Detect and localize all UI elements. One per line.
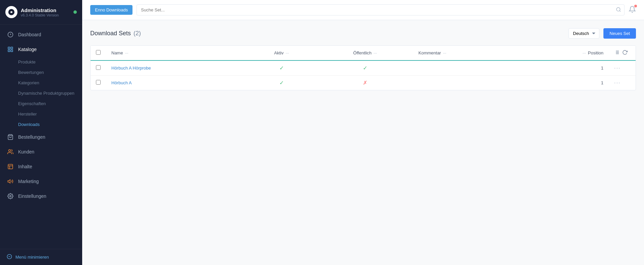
- row1-actions-menu[interactable]: ···: [614, 65, 621, 71]
- sidebar-item-label-kunden: Kunden: [18, 149, 34, 154]
- catalog-icon: [7, 46, 14, 53]
- row1-aktiv-check: ✓: [279, 65, 284, 71]
- sidebar-header: Administration v6.3.4.0 Stable Version: [0, 0, 82, 25]
- aktiv-col-menu[interactable]: ···: [285, 51, 289, 55]
- new-set-button[interactable]: Neues Set: [603, 28, 636, 39]
- row2-checkbox[interactable]: [96, 80, 101, 85]
- oeffentlich-col-menu[interactable]: ···: [374, 51, 377, 55]
- sidebar-subitem-kategorien[interactable]: Kategorien: [0, 78, 82, 88]
- svg-marker-13: [8, 180, 10, 183]
- sidebar-item-label-kataloge: Kataloge: [18, 47, 37, 52]
- marketing-icon: [7, 178, 14, 185]
- notification-dot: [634, 5, 637, 7]
- row2-checkbox-cell: [91, 76, 106, 90]
- sidebar-item-inhalte[interactable]: Inhalte: [0, 159, 82, 174]
- sidebar-item-einstellungen[interactable]: Einstellungen: [0, 189, 82, 204]
- app-logo: [5, 6, 17, 18]
- page-header: Download Sets (2) Deutsch Neues Set: [90, 28, 636, 39]
- search-icon: [616, 7, 621, 13]
- dashboard-icon: [7, 31, 14, 38]
- th-name: Name ···: [106, 46, 246, 60]
- search-input[interactable]: [137, 4, 625, 15]
- refresh-icon[interactable]: [622, 50, 628, 56]
- row2-oeffentlich-cross: ✗: [363, 80, 367, 86]
- svg-point-9: [9, 149, 11, 151]
- row2-position: 1: [521, 76, 609, 90]
- svg-point-14: [10, 195, 11, 197]
- main-content: Enno Downloads Download Sets (2) De: [82, 0, 644, 265]
- sidebar-item-dashboard[interactable]: Dashboard: [0, 27, 82, 42]
- row1-checkbox-cell: [91, 60, 106, 76]
- row1-aktiv: ✓: [246, 60, 317, 76]
- table-row: Hörbuch A Hörprobe ✓ ✓ 1 ···: [91, 60, 636, 76]
- app-title: Administration: [21, 7, 73, 13]
- online-indicator: [73, 10, 77, 14]
- column-settings-icon[interactable]: [614, 50, 620, 56]
- row1-checkbox[interactable]: [96, 65, 101, 70]
- sidebar-item-marketing[interactable]: Marketing: [0, 174, 82, 189]
- select-all-checkbox[interactable]: [96, 50, 101, 55]
- row2-actions-menu[interactable]: ···: [614, 80, 621, 86]
- header-actions: Deutsch Neues Set: [569, 28, 636, 39]
- th-aktiv: Aktiv ···: [246, 46, 317, 60]
- row1-kommentar: [413, 60, 521, 76]
- row2-aktiv-check: ✓: [279, 80, 284, 86]
- content-area: Download Sets (2) Deutsch Neues Set: [82, 20, 644, 265]
- sidebar-item-kataloge[interactable]: Kataloge: [0, 42, 82, 57]
- minimize-icon: [7, 254, 12, 260]
- context-button[interactable]: Enno Downloads: [90, 5, 132, 15]
- row2-aktiv: ✓: [246, 76, 317, 90]
- name-col-menu[interactable]: ···: [125, 51, 128, 55]
- th-toolbar: [609, 46, 636, 60]
- kommentar-col-menu[interactable]: ···: [443, 51, 446, 55]
- svg-rect-4: [8, 47, 10, 49]
- sidebar: Administration v6.3.4.0 Stable Version D…: [0, 0, 82, 265]
- sidebar-item-label-inhalte: Inhalte: [18, 164, 32, 169]
- sidebar-subitem-hersteller[interactable]: Hersteller: [0, 109, 82, 119]
- svg-rect-7: [8, 50, 10, 52]
- page-title: Download Sets: [90, 30, 131, 37]
- row1-oeffentlich-check: ✓: [363, 65, 367, 71]
- row1-position: 1: [521, 60, 609, 76]
- orders-icon: [7, 133, 14, 141]
- row2-actions: ···: [609, 76, 636, 90]
- th-oeffentlich: Öffentlich ···: [317, 46, 413, 60]
- th-kommentar: Kommentar ···: [413, 46, 521, 60]
- sidebar-item-label-dashboard: Dashboard: [18, 32, 41, 37]
- search-container: [137, 4, 625, 15]
- th-checkbox: [91, 46, 106, 60]
- download-sets-table: Name ··· Aktiv ··· Öffen: [90, 45, 636, 90]
- sidebar-subitem-bewertungen[interactable]: Bewertungen: [0, 67, 82, 78]
- svg-rect-5: [11, 47, 13, 49]
- row1-oeffentlich: ✓: [317, 60, 413, 76]
- contents-icon: [7, 163, 14, 170]
- sidebar-subitem-eigenschaften[interactable]: Eigenschaften: [0, 98, 82, 109]
- sidebar-item-bestellungen[interactable]: Bestellungen: [0, 130, 82, 144]
- sidebar-nav: Dashboard Kataloge Produkte Bewertungen …: [0, 25, 82, 249]
- row2-oeffentlich: ✗: [317, 76, 413, 90]
- row2-name: Hörbuch A: [106, 76, 246, 90]
- row1-name-link[interactable]: Hörbuch A Hörprobe: [111, 65, 151, 71]
- position-col-menu[interactable]: ···: [583, 51, 586, 55]
- svg-rect-10: [8, 164, 13, 169]
- topbar: Enno Downloads: [82, 0, 644, 20]
- row2-name-link[interactable]: Hörbuch A: [111, 80, 132, 85]
- svg-rect-6: [11, 50, 13, 52]
- row1-actions: ···: [609, 60, 636, 76]
- sidebar-item-label-marketing: Marketing: [18, 179, 39, 184]
- minimize-label: Menü minimieren: [15, 255, 49, 260]
- sidebar-subitem-dynamische[interactable]: Dynamische Produktgruppen: [0, 88, 82, 98]
- notification-bell[interactable]: [629, 6, 636, 14]
- svg-line-18: [620, 10, 621, 11]
- table-row: Hörbuch A ✓ ✗ 1 ···: [91, 76, 636, 90]
- svg-point-17: [616, 7, 620, 11]
- minimize-menu-button[interactable]: Menü minimieren: [0, 249, 82, 265]
- sidebar-subitem-downloads[interactable]: Downloads: [0, 119, 82, 130]
- sidebar-item-label-einstellungen: Einstellungen: [18, 193, 46, 199]
- page-count: (2): [133, 30, 141, 37]
- sidebar-item-kunden[interactable]: Kunden: [0, 144, 82, 159]
- sidebar-subitem-produkte[interactable]: Produkte: [0, 57, 82, 67]
- row1-name: Hörbuch A Hörprobe: [106, 60, 246, 76]
- language-select[interactable]: Deutsch: [569, 28, 599, 39]
- th-position: ··· Position: [521, 46, 609, 60]
